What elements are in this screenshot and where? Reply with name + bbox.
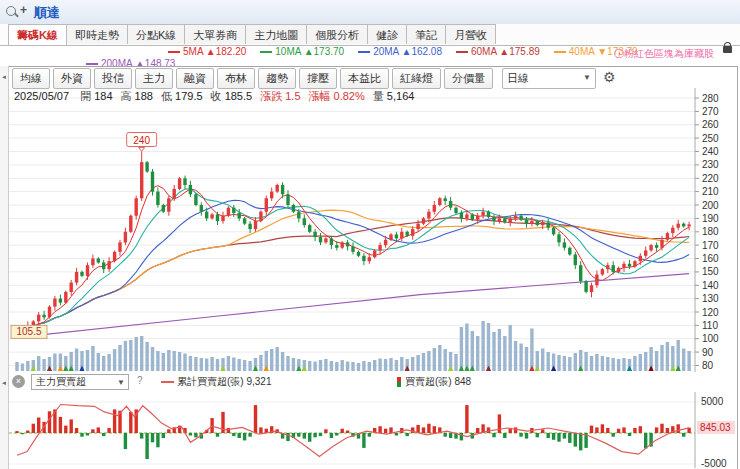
- chart-toolbar: 均線外資投信主力融資布林趨勢撐壓本益比紅綠燈分價量日線▼⚙: [12, 68, 616, 89]
- ma-line-swatch: [358, 51, 370, 53]
- tab-4[interactable]: 大單券商: [184, 24, 246, 44]
- toolbar-button-2[interactable]: 外資: [53, 68, 91, 89]
- ma-line-swatch: [168, 51, 180, 53]
- netbuy-chart[interactable]: 5000-5000845.03: [9, 392, 735, 468]
- tab-6[interactable]: 個股分析: [306, 24, 368, 44]
- bar-swatch: [397, 377, 401, 387]
- svg-text:5000: 5000: [701, 396, 724, 407]
- svg-text:120: 120: [702, 307, 719, 318]
- tab-9[interactable]: 月營收: [445, 24, 496, 44]
- help-icon[interactable]: ?: [137, 375, 143, 386]
- treasury-stock-note: ⓘ粉紅色區塊為庫藏股: [614, 47, 714, 61]
- toolbar-button-6[interactable]: 布林: [217, 68, 255, 89]
- top-bar: + 順達: [0, 0, 740, 25]
- svg-text:280: 280: [702, 93, 719, 104]
- tab-7[interactable]: 健診: [367, 24, 407, 44]
- svg-text:270: 270: [702, 106, 719, 117]
- quote-field-5: 漲跌 1.5: [252, 90, 300, 102]
- svg-text:210: 210: [702, 186, 719, 197]
- search-icon[interactable]: [6, 6, 16, 16]
- svg-text:200: 200: [702, 200, 719, 211]
- svg-text:260: 260: [702, 119, 719, 130]
- quote-date: 2025/05/07: [14, 90, 69, 102]
- tab-bar: 籌碼K線即時走勢分點K線大單券商主力地圖個股分析健診筆記月營收: [0, 24, 740, 46]
- toolbar-button-5[interactable]: 融資: [176, 68, 214, 89]
- quote-field-6: 漲幅 0.82%: [301, 90, 365, 102]
- add-stock-button[interactable]: +: [20, 3, 27, 17]
- gear-icon[interactable]: ⚙: [603, 68, 616, 89]
- svg-text:250: 250: [702, 133, 719, 144]
- svg-text:130: 130: [702, 293, 719, 304]
- svg-text:-5000: -5000: [701, 458, 727, 468]
- lock-icon[interactable]: [723, 46, 732, 53]
- collapse-pane-button[interactable]: ×: [12, 375, 25, 388]
- netbuy-bar-legend: 買賣超(張) 848: [397, 375, 471, 389]
- quote-field-1: 開 184: [72, 90, 112, 102]
- svg-text:190: 190: [702, 213, 719, 224]
- svg-text:160: 160: [702, 253, 719, 264]
- collapse-left-arrow-bottom[interactable]: ◄: [1, 380, 7, 386]
- toolbar-button-3[interactable]: 投信: [94, 68, 132, 89]
- quote-field-4: 收 185.5: [203, 90, 253, 102]
- svg-text:845.03: 845.03: [700, 422, 731, 433]
- ma-line-swatch: [456, 51, 468, 53]
- svg-text:240: 240: [702, 146, 719, 157]
- sub-pane-header: × 主力買賣超▼ ? 累計買賣超(張) 9,321 買賣超(張) 848: [9, 374, 735, 391]
- line-swatch: [161, 381, 174, 383]
- tab-1[interactable]: 籌碼K線: [8, 24, 67, 45]
- ma-legend-row-1: 5MA ▲182.2010MA ▲173.7020MA ▲162.0860MA …: [168, 46, 652, 57]
- tab-3[interactable]: 分點K線: [127, 24, 185, 44]
- toolbar-button-1[interactable]: 均線: [12, 68, 50, 89]
- cumulative-line-legend: 累計買賣超(張) 9,321: [161, 375, 271, 389]
- toolbar-button-9[interactable]: 本益比: [340, 68, 389, 89]
- toolbar-button-8[interactable]: 撐壓: [299, 68, 337, 89]
- chevron-down-icon: ▼: [117, 376, 125, 390]
- svg-text:140: 140: [702, 280, 719, 291]
- svg-text:220: 220: [702, 173, 719, 184]
- svg-text:110: 110: [702, 320, 718, 331]
- toolbar-button-11[interactable]: 分價量: [444, 68, 493, 89]
- svg-text:240: 240: [133, 135, 150, 146]
- ma-legend-20ma: 20MA ▲162.08: [358, 46, 442, 57]
- tab-8[interactable]: 筆記: [406, 24, 446, 44]
- tab-5[interactable]: 主力地圖: [245, 24, 307, 44]
- ma-legend-60ma: 60MA ▲175.89: [456, 46, 540, 57]
- ma-line-swatch: [554, 51, 566, 53]
- svg-text:105.5: 105.5: [16, 326, 41, 337]
- quote-field-3: 低 179.5: [153, 90, 203, 102]
- svg-text:150: 150: [702, 266, 719, 277]
- ma-legend-5ma: 5MA ▲182.20: [168, 46, 246, 57]
- toolbar-button-7[interactable]: 趨勢: [258, 68, 296, 89]
- svg-text:180: 180: [702, 226, 719, 237]
- quote-field-7: 量 5,164: [365, 90, 415, 102]
- ma-line-swatch: [260, 51, 272, 53]
- ma-legend-10ma: 10MA ▲173.70: [260, 46, 344, 57]
- quote-row: 2025/05/07 開 184高 188低 179.5收 185.5漲跌 1.…: [14, 89, 414, 104]
- stock-name: 順達: [34, 4, 60, 22]
- toolbar-button-10[interactable]: 紅綠燈: [392, 68, 441, 89]
- toolbar-button-4[interactable]: 主力: [135, 68, 173, 89]
- candlestick-chart[interactable]: 2802702602502402302202102001901801701601…: [9, 88, 735, 372]
- svg-text:90: 90: [702, 347, 714, 358]
- svg-text:230: 230: [702, 159, 719, 170]
- left-splitter[interactable]: ◄ ◄: [0, 66, 9, 469]
- svg-text:100: 100: [702, 333, 719, 344]
- svg-text:80: 80: [702, 360, 714, 371]
- tab-2[interactable]: 即時走勢: [66, 24, 128, 44]
- quote-field-2: 高 188: [113, 90, 153, 102]
- svg-text:170: 170: [702, 240, 719, 251]
- period-select[interactable]: 日線▼: [502, 68, 596, 89]
- chevron-down-icon: ▼: [583, 73, 591, 82]
- collapse-left-arrow-top[interactable]: ◄: [1, 74, 7, 80]
- indicator-select[interactable]: 主力買賣超▼: [31, 374, 129, 390]
